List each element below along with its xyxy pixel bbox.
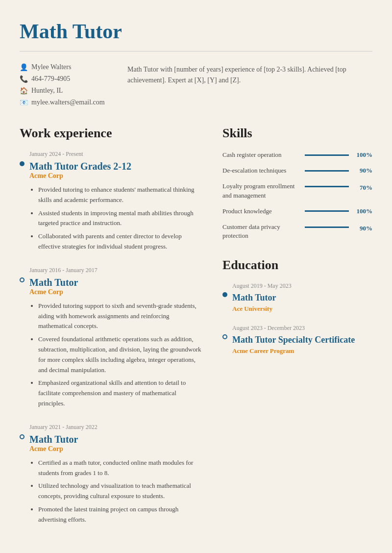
job-bullets-0: Provided tutoring to enhance students' m… xyxy=(29,185,203,252)
job-bullet-1-0: Provided tutoring support to sixth and s… xyxy=(38,301,203,331)
skill-pct-1: 90% xyxy=(353,167,372,175)
skill-name-4: Customer data privacy protection xyxy=(222,223,301,240)
contact-email-item: 📧 mylee.walters@email.com xyxy=(20,99,108,106)
skill-pct-0: 100% xyxy=(353,151,372,159)
main-content: Work experience January 2024 - Present M… xyxy=(20,126,372,540)
person-icon: 👤 xyxy=(20,63,27,71)
education-section: Education August 2019 - May 2023 Math Tu… xyxy=(222,258,372,355)
skill-row-2: Loyalty program enrollment and managemen… xyxy=(222,182,372,200)
skill-row-4: Customer data privacy protection 90% xyxy=(222,223,372,240)
contact-location: Huntley, IL xyxy=(31,87,63,95)
edu-title-1: Math Tutor Specialty Certificate xyxy=(232,335,372,345)
skill-name-1: De-escalation techniques xyxy=(222,166,301,175)
contact-name-item: 👤 Mylee Walters xyxy=(20,63,108,71)
skill-name-3: Product knowledge xyxy=(222,207,301,216)
contact-email: mylee.walters@email.com xyxy=(31,99,105,106)
page-title: Math Tutor xyxy=(20,20,372,43)
skill-row-0: Cash register operation 100% xyxy=(222,151,372,159)
job-bullet-1-1: Covered foundational arithmetic operatio… xyxy=(38,334,203,375)
job-entry-1: January 2016 - January 2017 Math Tutor A… xyxy=(20,267,203,409)
skill-bar-4 xyxy=(305,226,349,228)
edu-entry-0: August 2019 - May 2023 Math Tutor Ace Un… xyxy=(222,282,372,313)
contact-name: Mylee Walters xyxy=(31,63,71,71)
edu-entry-1: August 2023 - December 2023 Math Tutor S… xyxy=(222,325,372,355)
contact-phone-item: 📞 464-779-4905 xyxy=(20,75,108,83)
job-title-1: Math Tutor xyxy=(29,277,203,288)
phone-icon: 📞 xyxy=(20,75,27,83)
company-name-1: Acme Corp xyxy=(29,288,203,296)
job-bullet-0-1: Assisted students in improving mental ma… xyxy=(38,208,203,229)
bullet-filled-0 xyxy=(20,161,24,166)
contact-location-item: 🏠 Huntley, IL xyxy=(20,87,108,95)
right-column: Skills Cash register operation 100% De-e… xyxy=(222,126,372,540)
edu-title-0: Math Tutor xyxy=(232,293,372,303)
job-title-0: Math Tutor Grades 2-12 xyxy=(29,161,203,172)
job-bullets-1: Provided tutoring support to sixth and s… xyxy=(29,301,203,409)
edu-date-0: August 2019 - May 2023 xyxy=(232,282,372,290)
edu-bullet-filled-0 xyxy=(222,292,227,297)
contact-info: 👤 Mylee Walters 📞 464-779-4905 🏠 Huntley… xyxy=(20,63,108,106)
skill-name-2: Loyalty program enrollment and managemen… xyxy=(222,182,301,200)
work-experience-title: Work experience xyxy=(20,126,203,141)
job-date-0: January 2024 - Present xyxy=(29,151,203,158)
header-divider xyxy=(20,51,372,51)
bullet-empty-2 xyxy=(20,434,24,439)
job-entry-0: January 2024 - Present Math Tutor Grades… xyxy=(20,151,203,252)
education-title: Education xyxy=(222,258,372,273)
company-name-2: Acme Corp xyxy=(29,445,203,453)
edu-institution-1: Acme Career Program xyxy=(232,347,372,355)
skill-row-1: De-escalation techniques 90% xyxy=(222,166,372,175)
job-bullet-2-2: Promoted the latest training project on … xyxy=(38,504,203,525)
skills-title: Skills xyxy=(222,126,372,141)
job-title-2: Math Tutor xyxy=(29,434,203,445)
skill-bar-2 xyxy=(305,186,349,187)
job-bullets-2: Certified as a math tutor, conducted onl… xyxy=(29,458,203,525)
skill-row-3: Product knowledge 100% xyxy=(222,207,372,216)
left-column: Work experience January 2024 - Present M… xyxy=(20,126,203,540)
edu-institution-0: Ace University xyxy=(232,305,372,313)
job-entry-2: January 2021 - January 2022 Math Tutor A… xyxy=(20,424,203,525)
work-experience-section: Work experience January 2024 - Present M… xyxy=(20,126,203,525)
job-bullet-1-2: Emphasized organizational skills and att… xyxy=(38,378,203,408)
skill-name-0: Cash register operation xyxy=(222,151,301,159)
contact-phone: 464-779-4905 xyxy=(31,75,70,83)
job-bullet-0-2: Collaborated with parents and center dir… xyxy=(38,231,203,252)
skill-pct-4: 90% xyxy=(353,225,372,232)
skill-pct-3: 100% xyxy=(353,207,372,215)
company-name-0: Acme Corp xyxy=(29,172,203,180)
job-bullet-0-0: Provided tutoring to enhance students' m… xyxy=(38,185,203,205)
skill-bar-3 xyxy=(305,210,349,212)
summary-text: Math Tutor with [number of years] experi… xyxy=(127,63,372,106)
job-bullet-2-1: Utilized technology and visualization to… xyxy=(38,481,203,502)
email-icon: 📧 xyxy=(20,99,27,106)
job-bullet-2-0: Certified as a math tutor, conducted onl… xyxy=(38,458,203,478)
bullet-empty-1 xyxy=(20,277,24,282)
edu-bullet-empty-1 xyxy=(222,334,227,339)
edu-date-1: August 2023 - December 2023 xyxy=(232,325,372,332)
skills-section: Skills Cash register operation 100% De-e… xyxy=(222,126,372,240)
job-date-1: January 2016 - January 2017 xyxy=(29,267,203,274)
contact-summary-section: 👤 Mylee Walters 📞 464-779-4905 🏠 Huntley… xyxy=(20,63,372,106)
skill-bar-1 xyxy=(305,170,349,172)
skill-pct-2: 70% xyxy=(353,184,372,192)
skill-bar-0 xyxy=(305,154,349,156)
location-icon: 🏠 xyxy=(20,87,27,95)
job-date-2: January 2021 - January 2022 xyxy=(29,424,203,431)
